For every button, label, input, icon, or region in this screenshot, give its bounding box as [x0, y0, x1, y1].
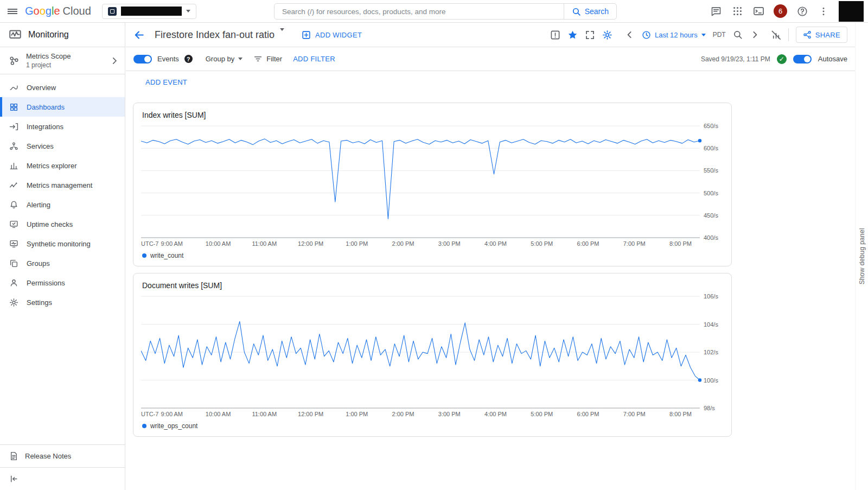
cloud-wordmark: Cloud [63, 5, 91, 17]
events-help-icon[interactable]: ? [184, 55, 193, 63]
sidebar: Monitoring Metrics Scope 1 project Overv… [0, 23, 125, 490]
sidebar-item-release-notes[interactable]: Release Notes [0, 444, 125, 467]
svg-text:4:00 PM: 4:00 PM [484, 411, 507, 417]
add-event-button[interactable]: ADD EVENT [145, 78, 187, 86]
chart-legend: write_count [141, 249, 724, 263]
add-widget-icon [302, 30, 311, 40]
dashboard-info-icon[interactable] [550, 30, 560, 40]
sidebar-item-uptime-checks[interactable]: Uptime checks [0, 214, 125, 234]
svg-text:8:00 PM: 8:00 PM [669, 240, 692, 247]
sidebar-item-metrics-management[interactable]: Metrics management [0, 175, 125, 195]
svg-text:11:00 AM: 11:00 AM [252, 411, 277, 417]
menu-icon[interactable] [0, 0, 25, 23]
avatar[interactable] [839, 1, 864, 22]
sidebar-item-permissions[interactable]: Permissions [0, 273, 125, 292]
sidebar-item-label: Uptime checks [27, 220, 73, 228]
search-button[interactable]: Search [564, 4, 616, 19]
groups-icon [9, 259, 18, 268]
search-input[interactable] [275, 4, 564, 19]
dashboard-title: Firestore Index fan-out ratio [155, 29, 275, 41]
filter-icon [253, 54, 263, 63]
chart-legend: write_ops_count [141, 419, 724, 433]
filter-button[interactable]: Filter [253, 54, 282, 63]
legend-label: write_count [150, 252, 183, 259]
top-app-bar: Google Cloud Search 6 [0, 0, 868, 23]
help-icon[interactable] [796, 5, 808, 17]
search-bar[interactable]: Search [274, 3, 617, 20]
apps-grid-icon[interactable] [731, 5, 743, 17]
clock-icon [642, 30, 651, 40]
group-by-dropdown[interactable]: Group by [206, 55, 242, 63]
time-back-chevron-icon[interactable] [625, 30, 635, 40]
show-debug-panel-label[interactable]: Show debug panel [858, 228, 866, 284]
metrics-explorer-icon [9, 161, 18, 170]
svg-text:2:00 PM: 2:00 PM [392, 411, 414, 417]
sidebar-item-synthetic-monitoring[interactable]: Synthetic monitoring [0, 234, 125, 253]
svg-text:400/s: 400/s [704, 234, 718, 241]
sidebar-item-groups[interactable]: Groups [0, 253, 125, 273]
svg-text:UTC-7: UTC-7 [141, 240, 158, 247]
back-arrow-icon[interactable] [133, 29, 145, 41]
zoom-icon[interactable] [733, 30, 743, 40]
collapse-sidebar-icon[interactable] [9, 474, 18, 483]
project-selector[interactable] [102, 4, 196, 19]
project-name-redacted [121, 7, 182, 16]
sidebar-item-overview[interactable]: Overview [0, 78, 125, 97]
feedback-icon[interactable] [710, 5, 722, 17]
dashboards-icon [9, 103, 18, 112]
sidebar-item-label: Metrics explorer [27, 162, 76, 170]
time-range-selector[interactable]: Last 12 hours [642, 30, 706, 40]
streaming-off-icon[interactable] [771, 30, 781, 40]
star-icon[interactable] [567, 30, 578, 40]
google-wordmark: Google [25, 5, 60, 17]
debug-panel-strip[interactable]: Show debug panel [855, 23, 868, 490]
document-writes-chart[interactable]: 106/s104/s102/s100/s98/sUTC-79:00 AM10:0… [141, 293, 724, 419]
svg-text:10:00 AM: 10:00 AM [206, 240, 231, 247]
svg-text:10:00 AM: 10:00 AM [206, 411, 231, 417]
chevron-down-icon [186, 10, 190, 12]
sidebar-item-label: Settings [27, 298, 52, 307]
svg-text:6:00 PM: 6:00 PM [577, 240, 599, 247]
sidebar-item-integrations[interactable]: Integrations [0, 117, 125, 136]
autosave-label: Autosave [818, 55, 847, 63]
svg-text:5:00 PM: 5:00 PM [531, 240, 553, 247]
svg-text:650/s: 650/s [704, 123, 718, 129]
main-area: Firestore Index fan-out ratio ADD WIDGET [126, 23, 855, 490]
metrics-scope-icon [9, 55, 20, 66]
more-vert-icon[interactable] [818, 5, 829, 17]
svg-text:11:00 AM: 11:00 AM [252, 240, 277, 247]
events-toggle[interactable] [133, 55, 152, 63]
svg-text:98/s: 98/s [704, 405, 715, 411]
sidebar-item-alerting[interactable]: Alerting [0, 195, 125, 214]
google-cloud-logo[interactable]: Google Cloud [25, 5, 91, 17]
sidebar-item-services[interactable]: Services [0, 136, 125, 156]
add-filter-button[interactable]: ADD FILTER [293, 55, 335, 63]
sidebar-item-dashboards[interactable]: Dashboards [0, 97, 125, 117]
events-label: Events [157, 55, 179, 63]
svg-text:7:00 PM: 7:00 PM [623, 411, 646, 417]
time-forward-chevron-icon[interactable] [750, 30, 760, 40]
autosave-toggle[interactable] [793, 55, 812, 63]
chevron-right-icon [110, 56, 119, 66]
gear-icon[interactable] [602, 30, 612, 40]
sidebar-item-label: Integrations [27, 123, 63, 131]
saved-status: Saved 9/19/23, 1:11 PM [701, 55, 770, 63]
cloud-shell-icon[interactable] [752, 5, 764, 17]
svg-text:5:00 PM: 5:00 PM [531, 411, 553, 417]
svg-text:104/s: 104/s [704, 321, 718, 328]
svg-text:2:00 PM: 2:00 PM [392, 240, 414, 247]
index-writes-chart[interactable]: 650/s600/s550/s500/s450/s400/sUTC-79:00 … [141, 123, 724, 249]
share-button[interactable]: SHARE [796, 27, 847, 43]
saved-check-icon: ✓ [777, 54, 787, 64]
svg-text:3:00 PM: 3:00 PM [438, 240, 461, 247]
sidebar-item-settings[interactable]: Settings [0, 292, 125, 312]
metrics-scope-selector[interactable]: Metrics Scope 1 project [0, 47, 125, 74]
sidebar-item-metrics-explorer[interactable]: Metrics explorer [0, 156, 125, 175]
fullscreen-icon[interactable] [585, 30, 595, 40]
dashboard-content: Index writes [SUM] 650/s600/s550/s500/s4… [126, 93, 855, 437]
add-widget-button[interactable]: ADD WIDGET [302, 30, 362, 40]
share-icon [803, 30, 812, 39]
dashboard-title-dropdown[interactable] [280, 31, 284, 39]
notifications-badge[interactable]: 6 [774, 4, 787, 18]
project-logo-icon [108, 7, 117, 16]
